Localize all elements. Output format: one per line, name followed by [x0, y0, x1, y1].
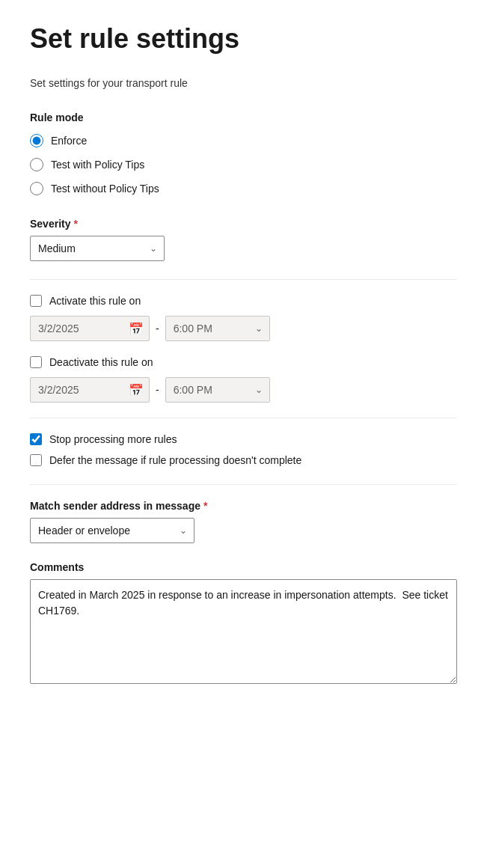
enforce-label: Enforce [51, 135, 87, 147]
match-sender-required-star: * [203, 500, 207, 512]
test-without-tips-radio[interactable] [30, 182, 43, 195]
defer-message-label: Defer the message if rule processing doe… [49, 454, 301, 466]
rule-mode-label: Rule mode [30, 111, 457, 123]
test-without-tips-label: Test without Policy Tips [51, 183, 159, 195]
divider-1 [30, 279, 457, 280]
test-without-tips-option[interactable]: Test without Policy Tips [30, 182, 457, 195]
comments-textarea[interactable]: Created in March 2025 in response to an … [30, 579, 457, 684]
deactivate-date-input[interactable] [30, 377, 150, 403]
deactivate-time-wrapper: 6:00 PM 7:00 PM 8:00 PM ⌄ [165, 377, 270, 403]
activate-date-wrapper: 📅 [30, 316, 150, 341]
rule-mode-group: Enforce Test with Policy Tips Test witho… [30, 134, 457, 195]
deactivate-date-wrapper: 📅 [30, 377, 150, 403]
stop-processing-label: Stop processing more rules [49, 433, 177, 445]
severity-select-wrapper: Low Medium High ⌄ [30, 236, 165, 261]
defer-message-checkbox-row[interactable]: Defer the message if rule processing doe… [30, 454, 457, 466]
deactivate-rule-checkbox-row[interactable]: Deactivate this rule on [30, 356, 457, 368]
severity-section: Severity * Low Medium High ⌄ [30, 218, 457, 261]
activate-rule-checkbox[interactable] [30, 295, 42, 307]
activate-rule-checkbox-row[interactable]: Activate this rule on [30, 295, 457, 307]
activate-time-wrapper: 6:00 PM 7:00 PM 8:00 PM ⌄ [165, 316, 270, 341]
test-with-tips-option[interactable]: Test with Policy Tips [30, 158, 457, 171]
test-with-tips-radio[interactable] [30, 158, 43, 171]
comments-label: Comments [30, 561, 457, 573]
severity-label: Severity * [30, 218, 457, 230]
severity-required-star: * [73, 218, 77, 230]
deactivate-rule-section: Deactivate this rule on 📅 - 6:00 PM 7:00… [30, 356, 457, 403]
stop-processing-section: Stop processing more rules Defer the mes… [30, 433, 457, 466]
match-sender-section: Match sender address in message * Header… [30, 500, 457, 543]
activate-rule-section: Activate this rule on 📅 - 6:00 PM 7:00 P… [30, 295, 457, 341]
enforce-radio[interactable] [30, 134, 43, 147]
comments-section: Comments Created in March 2025 in respon… [30, 561, 457, 687]
activate-rule-label: Activate this rule on [49, 295, 141, 307]
deactivate-time-select[interactable]: 6:00 PM 7:00 PM 8:00 PM [165, 377, 270, 403]
deactivate-date-time-row: 📅 - 6:00 PM 7:00 PM 8:00 PM ⌄ [30, 377, 457, 403]
match-sender-select-wrapper: Header or envelope Header Envelope ⌄ [30, 518, 195, 543]
enforce-option[interactable]: Enforce [30, 134, 457, 147]
match-sender-select[interactable]: Header or envelope Header Envelope [30, 518, 195, 543]
defer-message-checkbox[interactable] [30, 454, 42, 466]
match-sender-label: Match sender address in message * [30, 500, 457, 512]
activate-dash: - [156, 323, 159, 334]
test-with-tips-label: Test with Policy Tips [51, 159, 144, 171]
deactivate-rule-checkbox[interactable] [30, 356, 42, 368]
activate-date-time-row: 📅 - 6:00 PM 7:00 PM 8:00 PM ⌄ [30, 316, 457, 341]
severity-select[interactable]: Low Medium High [30, 236, 165, 261]
stop-processing-checkbox[interactable] [30, 433, 42, 445]
page-subtitle: Set settings for your transport rule [30, 77, 457, 89]
deactivate-rule-label: Deactivate this rule on [49, 356, 153, 368]
page-title: Set rule settings [30, 22, 457, 55]
deactivate-dash: - [156, 384, 159, 396]
activate-time-select[interactable]: 6:00 PM 7:00 PM 8:00 PM [165, 316, 270, 341]
activate-date-input[interactable] [30, 316, 150, 341]
stop-processing-checkbox-row[interactable]: Stop processing more rules [30, 433, 457, 445]
rule-mode-section: Rule mode Enforce Test with Policy Tips … [30, 111, 457, 195]
divider-3 [30, 484, 457, 485]
divider-2 [30, 418, 457, 418]
